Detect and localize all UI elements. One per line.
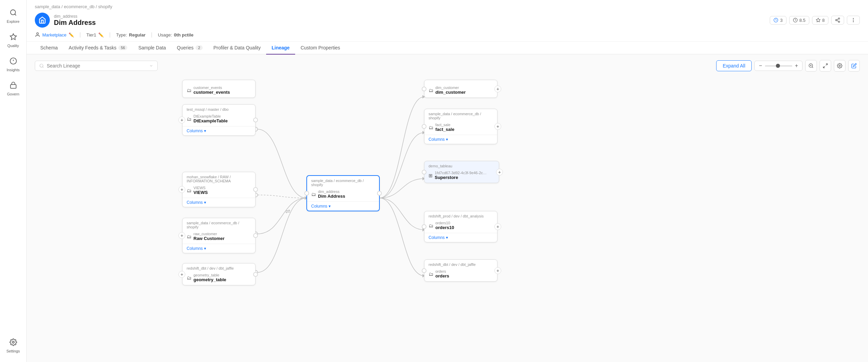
tab-activity[interactable]: Activity Feeds & Tasks 56 xyxy=(63,42,133,55)
explore-icon xyxy=(10,9,17,18)
share-button[interactable] xyxy=(831,16,844,25)
table-icon: 🗂 xyxy=(187,88,191,93)
views-icon: 🗂 xyxy=(187,188,191,193)
dim-address-connector-left xyxy=(304,191,309,196)
sidebar-item-explore[interactable]: Explore xyxy=(1,5,25,27)
tier-meta: Tier1 ✏️ xyxy=(86,32,104,37)
zoom-out-button[interactable]: − xyxy=(758,63,763,69)
raw-customer-add-left[interactable]: + xyxy=(178,232,185,239)
dim-address-icon: 🗂 xyxy=(311,192,316,197)
sidebar-item-explore-label: Explore xyxy=(7,19,19,24)
sidebar-item-quality[interactable]: Quality xyxy=(1,30,25,51)
svg-marker-10 xyxy=(816,18,820,22)
header-actions: 3 8.5 8 xyxy=(770,16,860,25)
dt-add-left[interactable]: + xyxy=(178,117,185,123)
node-dim-address: sample_data / ecommerce_db / shopify 🗂 d… xyxy=(306,175,380,211)
svg-line-21 xyxy=(43,67,44,68)
stars-badge[interactable]: 8 xyxy=(812,16,828,25)
table-icon-2: 🗂 xyxy=(187,116,191,122)
entity-icon xyxy=(35,13,50,28)
entity-subtitle: dim_address xyxy=(54,14,96,19)
orders-add-right[interactable]: + xyxy=(494,267,501,274)
zoom-slider[interactable] xyxy=(765,65,792,66)
fit-view-button[interactable] xyxy=(805,60,817,72)
breadcrumb-part-2[interactable]: ecommerce_db xyxy=(64,4,95,9)
lineage-toolbar: Expand All − + xyxy=(35,60,860,72)
raw-customer-columns-btn[interactable]: Columns ▾ xyxy=(183,244,255,253)
dt-columns-btn[interactable]: Columns ▾ xyxy=(183,126,255,135)
node-fact-sale: sample_data / ecommerce_db / shopify 🗂 f… xyxy=(424,109,497,144)
svg-point-18 xyxy=(853,21,853,22)
svg-point-0 xyxy=(10,10,15,15)
expand-all-button[interactable]: Expand All xyxy=(716,60,752,71)
orders10-add-right[interactable]: + xyxy=(494,223,501,230)
tabs-row: Schema Activity Feeds & Tasks 56 Sample … xyxy=(27,42,868,55)
dim-address-columns-btn[interactable]: Columns ▾ xyxy=(307,201,379,211)
views-columns-btn[interactable]: Columns ▾ xyxy=(183,198,255,207)
views-connector-right xyxy=(253,187,258,192)
raw-customer-connector-right xyxy=(253,233,258,238)
tab-queries[interactable]: Queries 2 xyxy=(171,42,208,55)
svg-point-13 xyxy=(838,21,840,22)
sidebar-item-settings[interactable]: Settings xyxy=(1,335,25,357)
svg-point-16 xyxy=(853,18,853,19)
svg-line-27 xyxy=(823,66,825,68)
owner-link[interactable]: Marketplace xyxy=(42,32,67,37)
owner-edit-icon[interactable]: ✏️ xyxy=(69,32,74,37)
tab-profiler[interactable]: Profiler & Data Quality xyxy=(208,42,266,55)
settings-lineage-button[interactable] xyxy=(834,60,845,72)
node-orders: redshift_dbt / dev / dbt_jaffle 🗂 orders… xyxy=(424,259,497,282)
views-add-left[interactable]: + xyxy=(178,186,185,193)
zoom-in-button[interactable]: + xyxy=(794,63,799,69)
orders10-columns-btn[interactable]: Columns ▾ xyxy=(424,233,497,242)
more-options-button[interactable] xyxy=(847,16,860,25)
node-views: mohan_snowflake / RAW / INFORMATION_SCHE… xyxy=(182,172,256,207)
page-header: sample_data / ecommerce_db / shopify dim… xyxy=(27,0,868,42)
node-orders10: redshift_prod / dev / dbt_analysis 🗂 ord… xyxy=(424,211,497,242)
sidebar-item-insights-label: Insights xyxy=(7,68,20,72)
history-badge[interactable]: 8.5 xyxy=(789,16,809,25)
zoom-control: − + xyxy=(754,61,802,71)
geometry-add-left[interactable]: + xyxy=(178,271,185,278)
geometry-connector-right xyxy=(253,272,258,277)
superstore-icon: ⊞ xyxy=(429,173,433,178)
lineage-area: Expand All − + xyxy=(27,55,868,362)
sidebar-item-govern-label: Govern xyxy=(7,92,19,96)
svg-rect-6 xyxy=(10,85,16,88)
dim-address-connector-right xyxy=(377,191,382,196)
search-lineage-input[interactable] xyxy=(47,63,146,69)
fullscreen-button[interactable] xyxy=(820,60,831,72)
svg-point-28 xyxy=(839,65,840,66)
superstore-add-right[interactable]: + xyxy=(496,169,503,176)
svg-point-12 xyxy=(836,19,837,21)
title-row: dim_address Dim Address 3 8.5 xyxy=(35,13,860,28)
breadcrumb: sample_data / ecommerce_db / shopify xyxy=(35,4,860,9)
meta-row: Marketplace ✏️ | Tier1 ✏️ | Type: Regula… xyxy=(35,32,860,41)
lineage-canvas: 🗂 customer_events customer_events test_m… xyxy=(27,76,868,362)
dim-customer-add-right[interactable]: + xyxy=(494,86,501,92)
sidebar-item-govern[interactable]: Govern xyxy=(1,78,25,100)
geometry-icon: 🗂 xyxy=(187,275,191,281)
breadcrumb-part-3[interactable]: shopify xyxy=(98,4,112,9)
sidebar-item-insights[interactable]: Insights xyxy=(1,54,25,75)
edit-lineage-button[interactable] xyxy=(848,60,860,72)
fact-sale-add-right[interactable]: + xyxy=(494,123,501,130)
dashed-connector-icon: ⇌ xyxy=(285,208,290,215)
title-left: dim_address Dim Address xyxy=(35,13,96,28)
svg-line-26 xyxy=(826,64,827,65)
search-lineage-container[interactable] xyxy=(35,61,158,71)
fact-sale-icon: 🗂 xyxy=(429,125,433,130)
views-badge[interactable]: 3 xyxy=(770,16,786,25)
fact-sale-columns-btn[interactable]: Columns ▾ xyxy=(424,135,497,144)
svg-point-11 xyxy=(838,18,840,19)
breadcrumb-part-1[interactable]: sample_data xyxy=(35,4,60,9)
entity-titles: dim_address Dim Address xyxy=(54,14,96,27)
tab-lineage[interactable]: Lineage xyxy=(266,42,295,55)
main-content: sample_data / ecommerce_db / shopify dim… xyxy=(27,0,868,362)
sidebar-item-quality-label: Quality xyxy=(7,44,19,48)
node-dt-example: test_mssql / master / dbo 🗂 DtExampleTab… xyxy=(182,104,256,136)
tier-edit-icon[interactable]: ✏️ xyxy=(98,32,104,37)
tab-sample-data[interactable]: Sample Data xyxy=(133,42,171,55)
tab-custom[interactable]: Custom Properties xyxy=(295,42,346,55)
tab-schema[interactable]: Schema xyxy=(35,42,63,55)
